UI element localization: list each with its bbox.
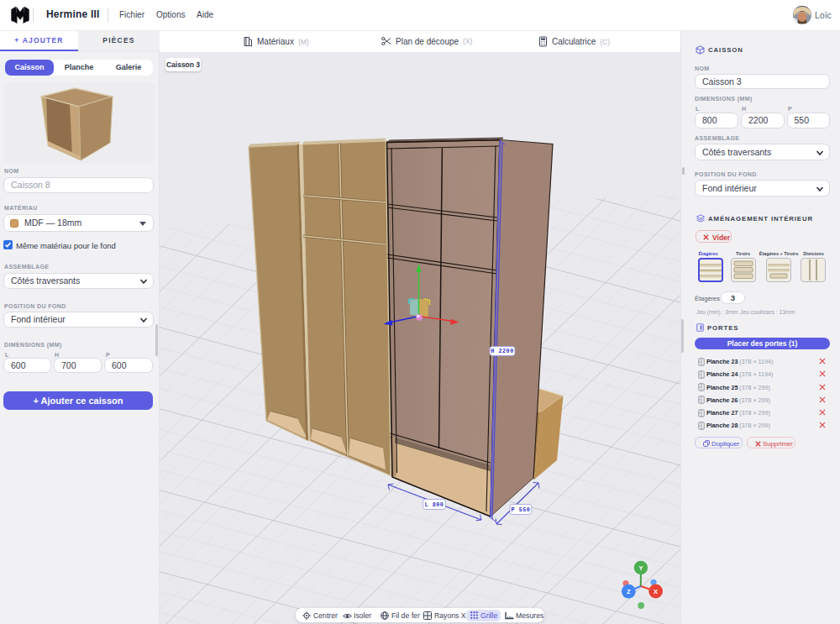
svg-text:Z: Z <box>627 588 631 595</box>
svg-text:P 550: P 550 <box>512 506 531 513</box>
svg-text:H 2200: H 2200 <box>491 348 513 354</box>
svg-text:X: X <box>654 588 658 595</box>
svg-text:Y: Y <box>638 564 643 572</box>
svg-text:L 800: L 800 <box>425 501 444 508</box>
